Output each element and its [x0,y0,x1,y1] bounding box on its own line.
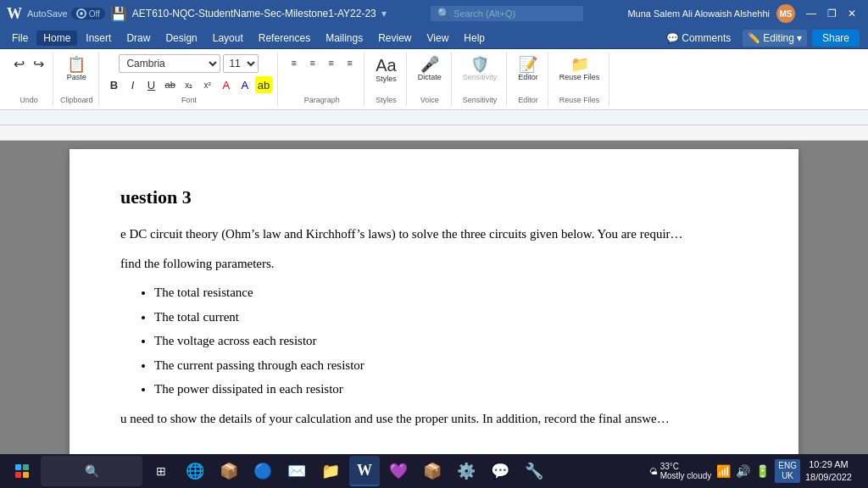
justify-button[interactable]: ≡ [342,54,359,71]
underline-button[interactable]: U [143,76,160,93]
undo-group-label: Undo [19,94,38,104]
menu-insert[interactable]: Insert [79,30,118,46]
app-icon-2[interactable]: 💬 [485,456,515,486]
start-button[interactable] [7,456,37,486]
ribbon-group-font: Cambria 11 B I U ab x₂ x² A A ab Font [101,53,279,106]
undo-button[interactable]: ↩ [10,54,28,74]
edge-icon[interactable]: 🌐 [180,456,210,486]
styles-label: Styles [376,75,397,83]
menu-help[interactable]: Help [457,30,492,46]
search-taskbar-button[interactable]: 🔍 [41,456,142,486]
menu-view[interactable]: View [420,30,456,46]
paste-button[interactable]: 📋 Paste [63,54,91,84]
editor-label: Editor [518,73,538,81]
styles-icon: Aa [376,57,396,74]
font-size-select[interactable]: 11 [223,54,259,73]
editor-button[interactable]: 📝 Editor [514,54,542,84]
strikethrough-button[interactable]: ab [162,76,179,93]
document-filename: AET610-NQC-StudentName-Sec-Milestone1-AY… [132,8,376,19]
mail-icon[interactable]: ✉️ [281,456,312,486]
menu-draw[interactable]: Draw [120,30,157,46]
document-page[interactable]: uestion 3 e DC circuit theory (Ohm’s law… [70,149,798,459]
align-right-button[interactable]: ≡ [323,54,340,71]
editing-dropdown-icon: ▾ [797,32,802,44]
teams-icon[interactable]: 💜 [383,456,414,486]
autosave-state: Off [89,9,100,19]
menu-layout[interactable]: Layout [206,30,250,46]
list-item: The voltage across each resistor [154,331,748,351]
wifi-icon[interactable]: 📶 [716,464,731,478]
autosave-label: AutoSave [27,8,68,19]
user-avatar[interactable]: MS [776,4,795,23]
doc-para-3: u need to show the details of your calcu… [120,409,748,429]
reuse-files-button[interactable]: 📁 Reuse Files [555,54,604,84]
ribbon-group-reuse-files: 📁 Reuse Files Reuse Files [550,53,610,106]
ribbon-right-controls: 💬 Comments ✏️ Editing ▾ Share [659,30,863,47]
font-format-row: B I U ab x₂ x² A A ab [106,76,273,93]
document-area: uestion 3 e DC circuit theory (Ohm’s law… [0,141,868,468]
taskbar: 🔍 ⊞ 🌐 📦 🔵 ✉️ 📁 W 💜 📦 ⚙️ 💬 🔧 🌤 33°C [0,454,868,488]
styles-button[interactable]: Aa Styles [371,54,401,86]
list-item: The total resistance [154,283,748,302]
ribbon-group-paragraph: ≡ ≡ ≡ ≡ Paragraph [280,53,364,106]
dropdown-arrow-filename[interactable]: ▾ [381,8,387,19]
search-icon: 🔍 [437,8,450,19]
search-placeholder: Search (Alt+Q) [453,8,515,19]
autosave-toggle[interactable]: Off [71,8,105,19]
weather-icon: 🌤 [649,467,658,476]
search-box[interactable]: 🔍 Search (Alt+Q) [431,6,583,21]
menu-home[interactable]: Home [36,30,77,46]
dropbox-icon[interactable]: 📦 [417,456,448,486]
menu-file[interactable]: File [5,30,35,46]
ribbon-group-undo: ↩ ↪ Undo [5,53,53,106]
taskview-button[interactable]: ⊞ [146,456,176,486]
redo-button[interactable]: ↪ [30,54,47,74]
font-color-button[interactable]: A [236,76,253,93]
amazon-icon[interactable]: 📦 [214,456,244,486]
highlight-button[interactable]: ab [255,76,272,93]
weather-widget[interactable]: 🌤 33°C Mostly cloudy [649,462,712,480]
minimize-button[interactable]: — [802,4,821,23]
paragraph-items: ≡ ≡ ≡ ≡ [286,54,359,71]
save-icon[interactable]: 💾 [110,6,127,22]
word-taskbar-icon[interactable]: W [349,456,380,486]
chrome-icon[interactable]: 🔵 [248,456,278,486]
app-icon-1[interactable]: ⚙️ [451,456,481,486]
dictate-button[interactable]: 🎤 Dictate [414,54,446,84]
clock[interactable]: 10:29 AM 18/09/2022 [805,458,852,485]
autosave-indicator[interactable]: AutoSave Off [27,8,105,19]
menu-references[interactable]: References [252,30,317,46]
ribbon-group-styles: Aa Styles Styles [366,53,407,106]
share-button[interactable]: Share [812,30,860,47]
restore-button[interactable]: ❐ [822,4,841,23]
ruler [0,125,868,141]
bold-button[interactable]: B [106,76,123,93]
folder-icon[interactable]: 📁 [315,456,346,486]
titlebar-left: W AutoSave Off 💾 AET610-NQC-StudentName-… [7,5,387,23]
align-left-button[interactable]: ≡ [286,54,303,71]
menu-review[interactable]: Review [371,30,418,46]
align-center-button[interactable]: ≡ [304,54,321,71]
ribbon: ↩ ↪ Undo 📋 Paste Clipboard Cambria 1 [0,49,868,125]
editor-group-label: Editor [518,94,538,104]
superscript-button[interactable]: x² [199,76,216,93]
window-controls: — ❐ ✕ [802,4,861,23]
sensitivity-label: Sensitivity [463,73,498,81]
sensitivity-icon: 🛡️ [470,57,489,72]
sensitivity-button[interactable]: 🛡️ Sensitivity [459,54,502,84]
clear-format-button[interactable]: A [218,76,235,93]
font-family-select[interactable]: Cambria [119,54,220,73]
editing-button[interactable]: ✏️ Editing ▾ [743,30,807,47]
battery-icon[interactable]: 🔋 [755,464,770,478]
subscript-button[interactable]: x₂ [181,76,198,93]
time-display: 10:29 AM [805,458,852,471]
close-button[interactable]: ✕ [843,4,861,23]
document-list: The total resistance The total current T… [154,283,748,399]
menu-mailings[interactable]: Mailings [319,30,370,46]
app-icon-3[interactable]: 🔧 [519,456,549,486]
comments-button[interactable]: 💬 Comments [659,30,737,47]
volume-icon[interactable]: 🔊 [736,464,750,478]
italic-button[interactable]: I [125,76,142,93]
language-indicator[interactable]: ENG UK [775,459,800,483]
menu-design[interactable]: Design [159,30,203,46]
